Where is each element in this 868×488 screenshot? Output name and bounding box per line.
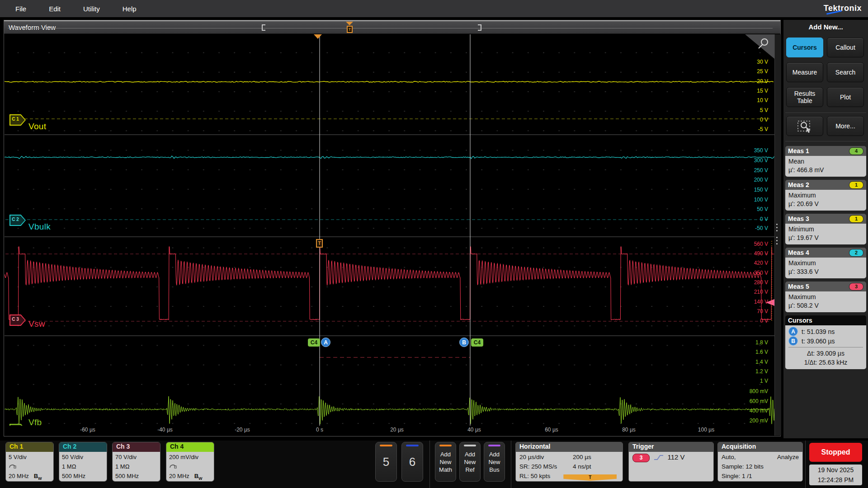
axis-tick: 490 V: [754, 250, 768, 257]
add-new-bus-button[interactable]: Add New Bus: [484, 442, 505, 482]
cursor-a-source-badge[interactable]: C4: [308, 338, 320, 347]
meas1-title: Meas 1: [788, 147, 849, 155]
axis-tick: 140 V: [754, 299, 768, 305]
channel-label-vbulk[interactable]: Vbulk: [28, 222, 51, 232]
sidebar-divider: [785, 113, 866, 113]
menu-file[interactable]: File: [15, 5, 26, 13]
ch3-impedance: 1 MΩ: [115, 462, 157, 471]
channel-badge-c3[interactable]: C 3: [9, 314, 26, 326]
panel-drag-handle[interactable]: [776, 224, 778, 244]
channel-label-vfb[interactable]: Vfb: [28, 418, 42, 426]
horizontal-panel[interactable]: Horizontal 20 µs/div200 µs SR: 250 MS/s4…: [515, 442, 623, 482]
axis-tick: 250 V: [754, 167, 768, 174]
trigger-position-marker[interactable]: [314, 34, 322, 39]
run-stop-button[interactable]: Stopped: [809, 443, 862, 462]
zoom-select-button[interactable]: [786, 116, 823, 136]
ch1-badge[interactable]: Ch 1 5 V/div 20 MHz BW: [5, 442, 54, 482]
minimap-record-line: [8, 28, 773, 28]
time-axis-label: -40 µs: [157, 427, 173, 433]
menu-edit[interactable]: Edit: [49, 5, 61, 13]
minimap-trigger-flag-icon[interactable]: T: [347, 26, 353, 33]
time: 12:24:28 PM: [809, 475, 862, 485]
ch4-badge[interactable]: Ch 4 200 mV/div 20 MHz BW: [166, 442, 214, 482]
tektronix-logo: Tektronix: [824, 4, 862, 13]
right-scroll-strip[interactable]: [774, 34, 781, 436]
add-cursors-button[interactable]: Cursors: [786, 38, 823, 57]
cursor-b-icon: B: [788, 336, 798, 346]
minimap-left-bracket[interactable]: [262, 24, 265, 31]
meas1-type: Mean: [788, 157, 863, 166]
ch6-button[interactable]: 6: [401, 442, 423, 482]
trace-vfb[interactable]: [5, 396, 774, 424]
cursor-a-badge[interactable]: A: [321, 338, 330, 347]
ch1-vdiv: 5 V/div: [9, 452, 51, 462]
minimap-trigger-arrow-icon[interactable]: [346, 22, 353, 25]
add-plot-button[interactable]: Plot: [827, 87, 864, 107]
cursors-title: Cursors: [788, 317, 863, 324]
trigger-event-flag-icon[interactable]: T: [316, 239, 323, 248]
add-callout-button[interactable]: Callout: [827, 38, 864, 57]
time-axis-label: 80 µs: [622, 427, 636, 433]
channel-label-vsw[interactable]: Vsw: [28, 319, 45, 329]
cursors-readout-card[interactable]: Cursors A t: 51.039 ns B t: 39.060 µs Δt…: [785, 315, 866, 369]
axis-tick: 560 V: [754, 241, 768, 248]
meas3-source-badge: 1: [849, 215, 863, 223]
time-axis-label: 100 µs: [698, 427, 714, 433]
ch3-bandwidth: 500 MHz: [115, 471, 157, 481]
ch4-name: Ch 4: [166, 442, 214, 452]
sidebar-divider: [785, 141, 866, 141]
trace-vsw[interactable]: [5, 247, 774, 320]
cursor-b-badge[interactable]: B: [459, 338, 469, 347]
waveform-view-title: Waveform View: [9, 23, 56, 31]
axis-tick: 10 V: [757, 97, 768, 104]
graticule[interactable]: T C4 A B C4 30 V25 V20 V15 V10 V5 V0 V-5…: [5, 34, 774, 426]
axis-tick: 0 V: [760, 216, 768, 223]
axis-tick: 1.8 V: [755, 339, 768, 346]
ch3-badge[interactable]: Ch 3 70 V/div 1 MΩ 500 MHz: [112, 442, 160, 482]
add-new-bus-label: Add New Bus: [484, 450, 505, 474]
add-measure-button[interactable]: Measure: [786, 62, 823, 82]
acquisition-mode: Auto,: [722, 452, 736, 462]
cursor-b-source-badge[interactable]: C4: [471, 338, 483, 347]
trigger-level: 112 V: [668, 453, 685, 461]
axis-tick: 1.2 V: [755, 368, 768, 375]
menu-utility[interactable]: Utility: [83, 5, 100, 13]
more-button[interactable]: More...: [827, 116, 864, 136]
ch2-badge[interactable]: Ch 2 50 V/div 1 MΩ 500 MHz: [59, 442, 107, 482]
ch5-button[interactable]: 5: [375, 442, 397, 482]
axis-tick: 150 V: [754, 187, 768, 193]
meas4-card[interactable]: Meas 4 2 Maximum µ': 333.6 V: [785, 248, 866, 278]
trigger-position-icon: T: [563, 474, 617, 481]
minimap-right-bracket[interactable]: [478, 24, 481, 31]
bottom-divider: [511, 441, 511, 488]
meas5-title: Meas 5: [788, 283, 849, 290]
acquisition-panel[interactable]: Acquisition Auto,Analyze Sample: 12 bits…: [717, 442, 803, 482]
meas2-card[interactable]: Meas 2 1 Maximum µ': 20.69 V: [785, 180, 866, 211]
add-new-math-button[interactable]: Add New Math: [435, 442, 456, 482]
axis-tick: 50 V: [757, 206, 768, 213]
trigger-title: Trigger: [629, 442, 713, 452]
meas1-card[interactable]: Meas 1 4 Mean µ': 466.8 mV: [785, 146, 866, 177]
trace-vout[interactable]: [5, 81, 774, 82]
channel-badge-c1[interactable]: C 1: [9, 114, 26, 126]
traces-svg: [5, 34, 774, 426]
acquisition-single: Single: 1 /1: [722, 471, 799, 481]
channel-label-vout[interactable]: Vout: [28, 122, 46, 131]
trace-vbulk[interactable]: [5, 156, 774, 159]
add-results-table-button[interactable]: Results Table: [786, 87, 823, 107]
meas5-card[interactable]: Meas 5 3 Maximum µ': 508.2 V: [785, 282, 866, 312]
horizontal-sample-rate: SR: 250 MS/s: [519, 462, 573, 471]
axis-tick: 300 V: [754, 157, 768, 164]
menu-help[interactable]: Help: [123, 5, 137, 13]
add-new-ref-button[interactable]: Add New Ref: [459, 442, 481, 482]
cursor-a-icon: A: [788, 327, 798, 336]
axis-tick: 200 V: [754, 177, 768, 183]
trigger-panel[interactable]: Trigger 3 112 V: [628, 442, 714, 482]
ch1-name: Ch 1: [6, 442, 53, 452]
meas3-card[interactable]: Meas 3 1 Minimum µ': 19.67 V: [785, 214, 866, 244]
add-search-button[interactable]: Search: [827, 62, 864, 82]
ch2-vdiv: 50 V/div: [62, 452, 104, 462]
axis-tick: 30 V: [757, 59, 768, 66]
ch2-name: Ch 2: [59, 442, 107, 452]
channel-badge-c2[interactable]: C 2: [9, 215, 26, 226]
